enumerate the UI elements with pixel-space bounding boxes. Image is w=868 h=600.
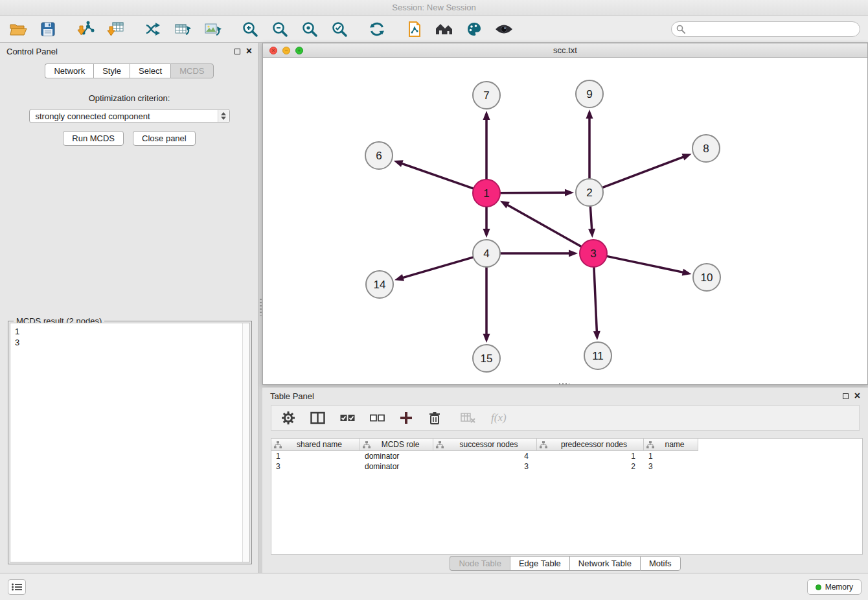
network-share-button[interactable] xyxy=(143,19,163,40)
edge-3-11[interactable] xyxy=(594,267,597,331)
result-scrollbar[interactable] xyxy=(242,323,249,562)
deselect-all-button[interactable] xyxy=(370,410,385,426)
toolbar-group-session xyxy=(8,19,58,40)
horizontal-divider-handle[interactable] xyxy=(559,383,569,385)
show-hide-button[interactable] xyxy=(494,19,514,40)
node-8[interactable]: 8 xyxy=(692,135,720,162)
edge-3-1[interactable] xyxy=(508,205,582,247)
maximize-window-icon[interactable]: + xyxy=(295,47,303,54)
table-settings-button[interactable] xyxy=(281,410,295,426)
node-10[interactable]: 10 xyxy=(693,264,720,291)
network-window-titlebar[interactable]: × − + scc.txt xyxy=(263,43,867,58)
home-button[interactable] xyxy=(434,19,455,40)
edge-4-14[interactable] xyxy=(403,257,473,278)
open-session-button[interactable] xyxy=(8,19,29,40)
tab-node-table[interactable]: Node Table xyxy=(450,556,510,571)
node-9[interactable]: 9 xyxy=(576,80,603,108)
create-column-button[interactable] xyxy=(400,410,413,426)
float-table-panel-icon[interactable] xyxy=(843,393,849,399)
edge-2-8[interactable] xyxy=(602,157,683,187)
node-7[interactable]: 7 xyxy=(473,82,500,109)
split-panel-button[interactable] xyxy=(310,410,325,426)
close-panel-icon[interactable]: × xyxy=(246,47,252,55)
zoom-out-button[interactable] xyxy=(269,19,290,40)
tab-select[interactable]: Select xyxy=(130,63,170,78)
import-network-button[interactable] xyxy=(75,19,96,40)
column-header-shared-name[interactable]: shared name xyxy=(271,439,360,451)
node-1[interactable]: 1 xyxy=(473,179,500,207)
column-header-predecessor-nodes[interactable]: predecessor nodes xyxy=(537,439,644,451)
delete-rows-button[interactable] xyxy=(428,410,442,426)
table-row[interactable]: 1dominator411 xyxy=(271,451,862,461)
tab-network[interactable]: Network xyxy=(45,63,93,78)
export-image-button[interactable] xyxy=(202,19,223,40)
tab-motifs[interactable]: Motifs xyxy=(640,556,681,571)
node-6[interactable]: 6 xyxy=(365,142,393,169)
column-header-MCDS-role[interactable]: MCDS role xyxy=(360,439,433,451)
node-14[interactable]: 14 xyxy=(366,271,393,298)
criterion-dropdown[interactable]: strongly connected component xyxy=(29,109,230,123)
panel-menu-button[interactable] xyxy=(8,579,26,595)
select-all-button[interactable] xyxy=(340,410,355,426)
delete-column-icon xyxy=(461,411,476,424)
arrowhead-4-14 xyxy=(394,274,404,281)
node-label: 2 xyxy=(586,187,592,199)
table-panel-header: Table Panel × xyxy=(262,387,868,404)
main-toolbar xyxy=(0,16,868,43)
refresh-icon xyxy=(369,21,385,38)
export-table-button[interactable] xyxy=(172,19,193,40)
function-builder-button[interactable]: f(x) xyxy=(491,410,507,426)
edge-1-6[interactable] xyxy=(402,164,474,189)
delete-columns-button[interactable] xyxy=(461,410,476,426)
network-graph[interactable]: 1234678910111415 xyxy=(263,58,867,384)
status-bar: Memory xyxy=(0,573,868,600)
column-header-name[interactable]: name xyxy=(644,439,698,451)
close-panel-button[interactable]: Close panel xyxy=(133,131,196,146)
import-table-button[interactable] xyxy=(105,19,126,40)
copy-style-button[interactable] xyxy=(404,19,425,40)
table-cell: 1 xyxy=(271,452,360,461)
minimize-window-icon[interactable]: − xyxy=(282,47,290,54)
table-cell: dominator xyxy=(360,462,433,471)
save-session-button[interactable] xyxy=(38,19,58,40)
fx-icon: f(x) xyxy=(491,411,507,424)
node-2[interactable]: 2 xyxy=(576,179,603,206)
arrowhead-1-6 xyxy=(394,160,404,167)
edge-3-10[interactable] xyxy=(607,256,683,272)
node-4[interactable]: 4 xyxy=(473,240,500,267)
node-3[interactable]: 3 xyxy=(580,240,607,267)
zoom-selected-button[interactable] xyxy=(329,19,350,40)
column-tree-icon xyxy=(436,441,444,448)
table-header-row: shared nameMCDS rolesuccessor nodesprede… xyxy=(271,439,862,451)
tab-mcds[interactable]: MCDS xyxy=(170,63,213,78)
column-header-successor-nodes[interactable]: successor nodes xyxy=(433,439,537,451)
arrowhead-2-3 xyxy=(588,229,595,238)
node-label: 8 xyxy=(703,143,709,155)
search-input[interactable] xyxy=(671,21,860,37)
zoom-in-button[interactable] xyxy=(240,19,260,40)
column-tree-icon xyxy=(646,441,654,448)
node-15[interactable]: 15 xyxy=(473,345,500,372)
tab-network-table[interactable]: Network Table xyxy=(569,556,640,571)
unchecked-boxes-icon xyxy=(370,413,385,423)
close-window-icon[interactable]: × xyxy=(269,47,277,54)
refresh-button[interactable] xyxy=(367,19,387,40)
tab-edge-table[interactable]: Edge Table xyxy=(510,556,569,571)
table-row[interactable]: 3dominator323 xyxy=(271,461,862,472)
close-table-panel-icon[interactable]: × xyxy=(854,392,860,400)
run-mcds-button[interactable]: Run MCDS xyxy=(63,131,124,146)
mcds-result-list[interactable]: 1 3 xyxy=(10,323,250,562)
divider-handle[interactable] xyxy=(260,299,262,316)
memory-button[interactable]: Memory xyxy=(807,579,862,595)
node-label: 7 xyxy=(483,89,489,102)
edge-2-3[interactable] xyxy=(590,206,591,229)
edge-1-2[interactable] xyxy=(500,192,565,193)
checked-boxes-icon xyxy=(340,413,355,423)
zoom-fit-button[interactable] xyxy=(299,19,320,40)
column-tree-icon xyxy=(540,441,547,448)
node-11[interactable]: 11 xyxy=(584,342,611,369)
style-badge-button[interactable] xyxy=(464,19,485,40)
float-panel-icon[interactable] xyxy=(234,49,240,54)
table-cell: 3 xyxy=(433,462,537,471)
tab-style[interactable]: Style xyxy=(93,63,130,78)
